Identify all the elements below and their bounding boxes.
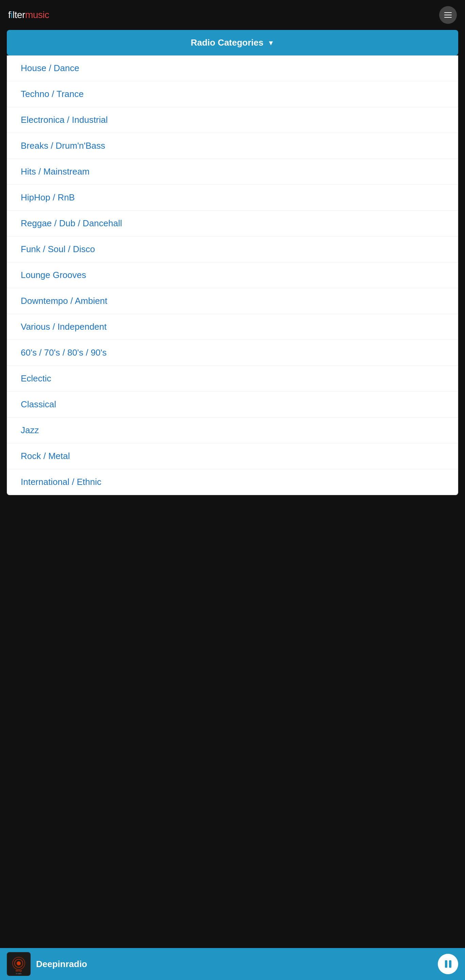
category-item-house-dance[interactable]: House / Dance <box>7 56 458 81</box>
category-item-breaks-dnb[interactable]: Breaks / Drum'n'Bass <box>7 133 458 159</box>
hamburger-line-1 <box>444 12 452 13</box>
logo-filter-part: filter <box>8 10 25 20</box>
station-name: Deepinradio <box>36 959 87 969</box>
categories-button-label: Radio Categories <box>191 37 263 48</box>
category-item-funk-soul-disco[interactable]: Funk / Soul / Disco <box>7 237 458 262</box>
logo-i-dot: i <box>11 10 13 20</box>
svg-text:in radio: in radio <box>16 972 22 974</box>
category-item-classical[interactable]: Classical <box>7 392 458 417</box>
category-item-techno-trance[interactable]: Techno / Trance <box>7 81 458 107</box>
menu-button[interactable] <box>439 6 457 24</box>
player-left: deep in radio Deepinradio <box>7 952 87 976</box>
main-content: Radio Categories ▼ House / Dance Techno … <box>0 30 465 948</box>
category-item-eclectic[interactable]: Eclectic <box>7 366 458 392</box>
pause-button[interactable] <box>438 954 458 974</box>
svg-point-3 <box>17 961 21 966</box>
chevron-down-icon: ▼ <box>268 39 275 47</box>
category-item-various-independent[interactable]: Various / Independent <box>7 314 458 340</box>
categories-dropdown: House / Dance Techno / Trance Electronic… <box>7 56 458 495</box>
category-item-jazz[interactable]: Jazz <box>7 417 458 443</box>
logo: filtermusic <box>8 10 49 21</box>
hamburger-icon <box>444 12 452 18</box>
hamburger-line-2 <box>444 14 452 15</box>
logo-text: filtermusic <box>8 10 49 21</box>
category-item-international-ethnic[interactable]: International / Ethnic <box>7 469 458 495</box>
station-logo-inner: deep in radio <box>8 953 30 975</box>
logo-music-part: music <box>25 10 49 20</box>
player-bar: deep in radio Deepinradio <box>0 948 465 980</box>
category-item-reggae-dub-dancehall[interactable]: Reggae / Dub / Dancehall <box>7 211 458 237</box>
category-item-hits-mainstream[interactable]: Hits / Mainstream <box>7 159 458 185</box>
radio-categories-button[interactable]: Radio Categories ▼ <box>7 30 458 56</box>
pause-icon <box>445 960 451 968</box>
header: filtermusic <box>0 0 465 30</box>
pause-bar-left <box>445 960 447 968</box>
station-logo: deep in radio <box>7 952 31 976</box>
category-item-hiphop-rnb[interactable]: HipHop / RnB <box>7 185 458 211</box>
category-item-rock-metal[interactable]: Rock / Metal <box>7 443 458 469</box>
svg-text:deep: deep <box>16 969 22 972</box>
hamburger-line-3 <box>444 17 452 18</box>
category-item-lounge-grooves[interactable]: Lounge Grooves <box>7 262 458 288</box>
category-item-decades[interactable]: 60's / 70's / 80's / 90's <box>7 340 458 366</box>
station-logo-svg: deep in radio <box>8 954 29 974</box>
category-item-electronica-industrial[interactable]: Electronica / Industrial <box>7 107 458 133</box>
category-item-downtempo-ambient[interactable]: Downtempo / Ambient <box>7 288 458 314</box>
pause-bar-right <box>449 960 451 968</box>
